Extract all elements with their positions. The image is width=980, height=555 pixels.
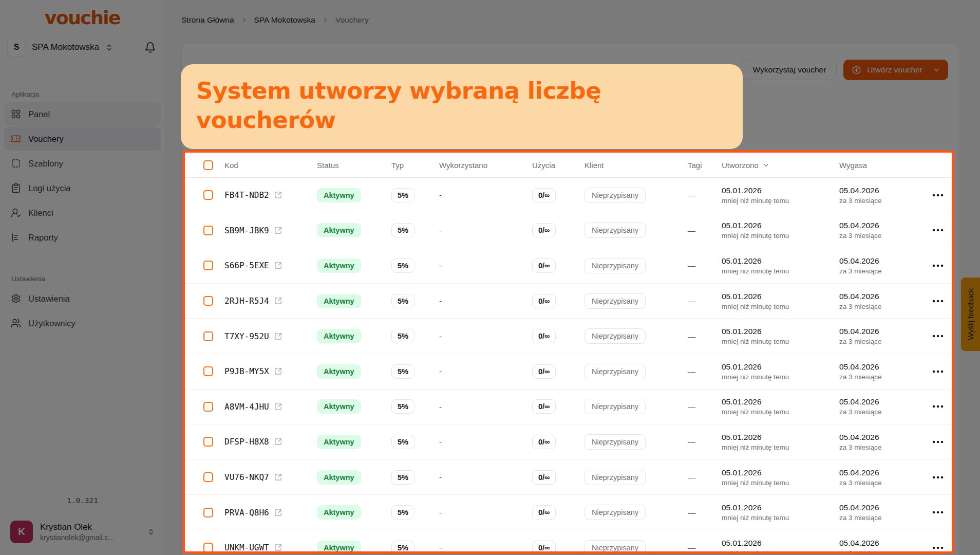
voucher-code-link[interactable]: FB4T-NDB2 [224, 190, 317, 200]
usage-pill: 0/∞ [532, 294, 556, 308]
table-row: FB4T-NDB2 Aktywny 5% - 0/∞ Nieprzypisany… [185, 178, 952, 213]
row-menu-button[interactable] [931, 543, 945, 552]
column-header-utworzono[interactable]: Utworzono [722, 161, 839, 170]
client-pill: Nieprzypisany [585, 293, 646, 309]
used-value: - [439, 402, 532, 411]
used-value: - [439, 473, 532, 482]
type-pill: 5% [391, 435, 414, 449]
ellipsis-icon [932, 511, 944, 514]
row-menu-button[interactable] [931, 473, 945, 482]
expires-cell: 05.04.2026 za 3 miesiące [839, 256, 931, 275]
row-checkbox[interactable] [203, 437, 213, 447]
row-menu-button[interactable] [931, 367, 945, 376]
column-header-typ: Typ [391, 161, 439, 170]
row-checkbox[interactable] [203, 366, 213, 376]
ellipsis-icon [932, 194, 944, 197]
ellipsis-icon [932, 440, 944, 443]
select-all-checkbox[interactable] [203, 160, 213, 170]
column-header-status: Status [317, 161, 391, 170]
row-checkbox[interactable] [203, 402, 213, 412]
client-pill: Nieprzypisany [585, 223, 646, 238]
tags-value: — [688, 191, 722, 199]
table-row: DFSP-H8X8 Aktywny 5% - 0/∞ Nieprzypisany… [185, 424, 952, 460]
row-checkbox[interactable] [203, 331, 213, 341]
tags-value: — [688, 226, 722, 235]
external-link-icon [274, 227, 282, 234]
row-menu-button[interactable] [931, 261, 945, 270]
table-row: SB9M-JBK9 Aktywny 5% - 0/∞ Nieprzypisany… [185, 213, 952, 249]
row-menu-button[interactable] [931, 297, 945, 306]
expires-cell: 05.04.2026 za 3 miesiące [839, 503, 931, 522]
voucher-code-link[interactable]: T7XY-952U [224, 331, 317, 341]
ellipsis-icon [932, 264, 944, 267]
voucher-table: Kod Status Typ Wykorzystano Użycia Klien… [182, 150, 954, 554]
usage-pill: 0/∞ [532, 364, 556, 379]
row-checkbox[interactable] [203, 543, 213, 552]
usage-pill: 0/∞ [532, 329, 556, 343]
voucher-code-link[interactable]: VU76-NKQ7 [224, 472, 317, 482]
client-pill: Nieprzypisany [585, 505, 646, 520]
voucher-code-link[interactable]: P9JB-MY5X [224, 366, 317, 376]
created-cell: 05.01.2026 mniej niż minutę temu [722, 256, 839, 275]
column-header-kod: Kod [224, 161, 317, 170]
type-pill: 5% [391, 294, 414, 308]
expires-cell: 05.04.2026 za 3 miesiące [839, 433, 931, 451]
ellipsis-icon [932, 229, 944, 232]
voucher-code-link[interactable]: DFSP-H8X8 [224, 437, 317, 447]
external-link-icon [274, 509, 282, 516]
row-checkbox[interactable] [203, 190, 213, 200]
usage-pill: 0/∞ [532, 188, 556, 202]
status-badge: Aktywny [317, 364, 361, 379]
row-checkbox[interactable] [203, 472, 213, 482]
row-checkbox[interactable] [203, 261, 213, 270]
external-link-icon [274, 544, 282, 551]
voucher-code-link[interactable]: UNKM-UGWT [224, 543, 317, 552]
table-row: PRVA-Q8H6 Aktywny 5% - 0/∞ Nieprzypisany… [185, 495, 952, 530]
ellipsis-icon [932, 335, 944, 338]
row-checkbox[interactable] [203, 296, 213, 306]
status-badge: Aktywny [317, 399, 361, 414]
external-link-icon [274, 332, 282, 340]
row-menu-button[interactable] [931, 226, 945, 235]
type-pill: 5% [391, 541, 414, 554]
voucher-code-link[interactable]: A8VM-4JHU [224, 402, 317, 412]
usage-pill: 0/∞ [532, 470, 556, 485]
tags-value: — [688, 367, 722, 376]
status-badge: Aktywny [317, 223, 361, 237]
type-pill: 5% [391, 364, 414, 379]
type-pill: 5% [391, 399, 414, 414]
table-body: FB4T-NDB2 Aktywny 5% - 0/∞ Nieprzypisany… [185, 178, 952, 554]
client-pill: Nieprzypisany [585, 470, 646, 485]
external-link-icon [274, 403, 282, 411]
created-cell: 05.01.2026 mniej niż minutę temu [722, 433, 839, 451]
voucher-code-link[interactable]: PRVA-Q8H6 [224, 508, 317, 517]
row-menu-button[interactable] [931, 191, 945, 200]
type-pill: 5% [391, 470, 414, 485]
expires-cell: 05.04.2026 za 3 miesiące [839, 221, 931, 239]
expires-cell: 05.04.2026 za 3 miesiące [839, 397, 931, 416]
tags-value: — [688, 332, 722, 341]
voucher-code-link[interactable]: 2RJH-R5J4 [224, 296, 317, 306]
row-menu-button[interactable] [931, 331, 945, 341]
created-cell: 05.01.2026 mniej niż minutę temu [722, 397, 839, 416]
row-menu-button[interactable] [931, 437, 945, 447]
table-row: A8VM-4JHU Aktywny 5% - 0/∞ Nieprzypisany… [185, 390, 952, 425]
voucher-code-link[interactable]: S66P-5EXE [224, 261, 317, 270]
used-value: - [439, 437, 532, 446]
column-header-wygasa: Wygasa [839, 161, 931, 170]
client-pill: Nieprzypisany [585, 399, 646, 414]
created-cell: 05.01.2026 mniej niż minutę temu [722, 292, 839, 310]
row-checkbox[interactable] [203, 226, 213, 235]
type-pill: 5% [391, 223, 414, 237]
row-menu-button[interactable] [931, 508, 945, 517]
ellipsis-icon [932, 405, 944, 408]
voucher-code-link[interactable]: SB9M-JBK9 [224, 226, 317, 235]
row-checkbox[interactable] [203, 508, 213, 517]
client-pill: Nieprzypisany [585, 328, 646, 344]
status-badge: Aktywny [317, 541, 361, 554]
external-link-icon [274, 191, 282, 199]
ellipsis-icon [932, 546, 944, 549]
row-menu-button[interactable] [931, 402, 945, 411]
usage-pill: 0/∞ [532, 505, 556, 520]
external-link-icon [274, 262, 282, 269]
